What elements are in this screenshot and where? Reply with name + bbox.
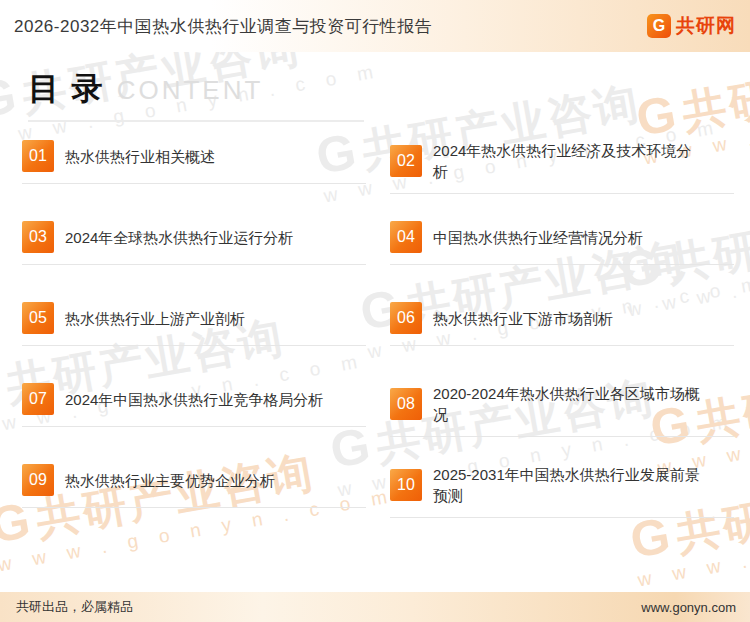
toc-item-06[interactable]: 06 热水供热行业下游市场剖析 — [390, 302, 734, 346]
toc-item-title: 热水供热行业相关概述 — [65, 146, 215, 167]
logo-brand-text: 共研网 — [676, 13, 736, 39]
report-title: 2026-2032年中国热水供热行业调查与投资可行性报告 — [0, 15, 432, 38]
toc-item-10[interactable]: 10 2025-2031年中国热水供热行业发展前景预测 — [390, 464, 734, 518]
toc-item-number-badge: 04 — [390, 221, 422, 253]
toc-item-number-badge: 08 — [390, 388, 422, 420]
logo-g-icon: G — [647, 14, 671, 38]
toc-content: 目 录CONTENT 01 热水供热行业相关概述 02 2024年热水供热行业经… — [0, 52, 750, 519]
toc-item-title: 热水供热行业上游产业剖析 — [65, 308, 245, 329]
toc-item-title: 2024年全球热水供热行业运行分析 — [65, 227, 293, 248]
footer-slogan: 共研出品，必属精品 — [16, 598, 133, 616]
toc-item-title: 2024年中国热水供热行业竞争格局分析 — [65, 389, 323, 410]
toc-heading: 目 录 — [28, 71, 105, 106]
toc-item-08[interactable]: 08 2020-2024年热水供热行业各区域市场概况 — [390, 383, 734, 437]
toc-list: 01 热水供热行业相关概述 02 2024年热水供热行业经济及技术环境分析 03… — [22, 140, 734, 519]
toc-head: 目 录CONTENT — [0, 52, 750, 110]
toc-item-title: 中国热水供热行业经营情况分析 — [433, 227, 643, 248]
toc-item-number-badge: 05 — [22, 302, 54, 334]
toc-item-number-badge: 03 — [22, 221, 54, 253]
toc-item-title: 2020-2024年热水供热行业各区域市场概况 — [433, 383, 701, 425]
toc-item-09[interactable]: 09 热水供热行业主要优势企业分析 — [22, 464, 366, 508]
toc-heading-en: CONTENT — [117, 75, 264, 105]
toc-item-number-badge: 09 — [22, 464, 54, 496]
toc-item-01[interactable]: 01 热水供热行业相关概述 — [22, 140, 366, 184]
toc-item-title: 热水供热行业下游市场剖析 — [433, 308, 613, 329]
report-toc-page: G共研产业咨询 w w w . g o n y n . c o m G共研产业咨… — [0, 0, 750, 622]
toc-item-number-badge: 06 — [390, 302, 422, 334]
toc-item-04[interactable]: 04 中国热水供热行业经营情况分析 — [390, 221, 734, 265]
toc-heading-divider — [28, 120, 364, 122]
toc-item-03[interactable]: 03 2024年全球热水供热行业运行分析 — [22, 221, 366, 265]
toc-item-title: 热水供热行业主要优势企业分析 — [65, 470, 275, 491]
toc-item-02[interactable]: 02 2024年热水供热行业经济及技术环境分析 — [390, 140, 734, 194]
toc-item-number-badge: 02 — [390, 145, 422, 177]
toc-item-number-badge: 10 — [390, 469, 422, 501]
gonyn-logo[interactable]: G 共研网 — [647, 13, 750, 39]
toc-item-number-badge: 01 — [22, 140, 54, 172]
header-bar: 2026-2032年中国热水供热行业调查与投资可行性报告 G 共研网 — [0, 0, 750, 52]
toc-item-title: 2025-2031年中国热水供热行业发展前景预测 — [433, 464, 701, 506]
footer-bar: 共研出品，必属精品 www.gonyn.com — [0, 592, 750, 622]
toc-item-title: 2024年热水供热行业经济及技术环境分析 — [433, 140, 701, 182]
toc-item-05[interactable]: 05 热水供热行业上游产业剖析 — [22, 302, 366, 346]
toc-item-number-badge: 07 — [22, 383, 54, 415]
toc-item-07[interactable]: 07 2024年中国热水供热行业竞争格局分析 — [22, 383, 366, 427]
footer-url[interactable]: www.gonyn.com — [641, 600, 736, 615]
